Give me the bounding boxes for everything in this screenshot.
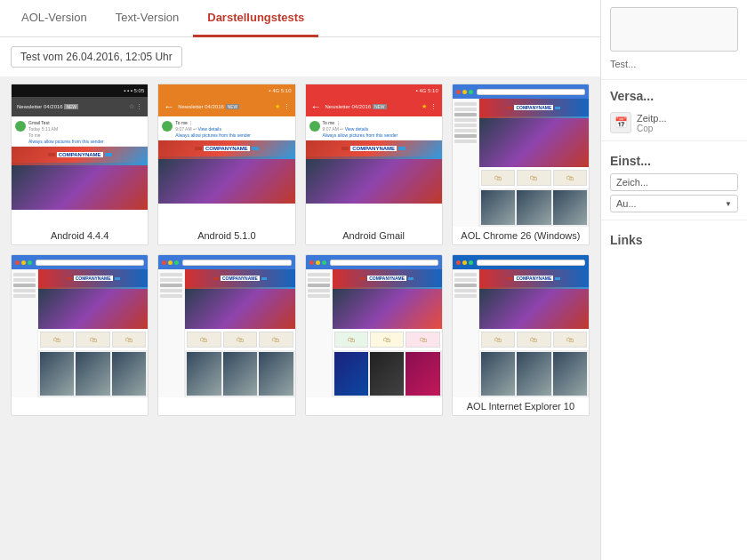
label-aol-ie10: AOL Internet Explorer 10: [453, 397, 589, 415]
label-desktop2: [12, 397, 148, 404]
thumb-aol-ie10: COMPANYNAME 🛍 🛍 🛍: [453, 255, 589, 397]
screenshot-desktop2[interactable]: COMPANYNAME 🛍 🛍 🛍: [11, 254, 149, 416]
screenshot-desktop4[interactable]: COMPANYNAME 🛍 🛍 🛍: [305, 254, 443, 416]
screenshot-desktop3[interactable]: COMPANYNAME 🛍 🛍 🛍: [157, 254, 295, 416]
right-panel-preview-box: [610, 7, 738, 52]
screenshots-area: ▪ ▪ ▪ 5:05 Newsletter 04/2016 NEW ☆ ⋮ Gm…: [0, 76, 600, 560]
screenshot-android444[interactable]: ▪ ▪ ▪ 5:05 Newsletter 04/2016 NEW ☆ ⋮ Gm…: [11, 84, 149, 245]
thumb-desktop3: COMPANYNAME 🛍 🛍 🛍: [158, 255, 294, 397]
label-aolchrome: AOL Chrome 26 (Windows): [453, 227, 589, 244]
screenshots-grid: ▪ ▪ ▪ 5:05 Newsletter 04/2016 NEW ☆ ⋮ Gm…: [11, 84, 590, 416]
thumb-desktop2: COMPANYNAME 🛍 🛍 🛍: [12, 255, 148, 397]
screenshot-android510[interactable]: ▪ 4G 5:10 ← Newsletter 04/2016 NEW ★ ⋮ T…: [157, 84, 295, 245]
label-androidgmail: Android Gmail: [306, 227, 442, 244]
right-panel-top: Test...: [601, 0, 747, 80]
test-info-label: Test vom 26.04.2016, 12:05 Uhr: [11, 46, 182, 68]
section-versand-item: 📅 Zeitp... Cop: [601, 108, 747, 137]
calendar-icon: 📅: [610, 112, 631, 133]
send-time-text: Zeitp...: [637, 113, 667, 124]
divider-1: [601, 140, 747, 141]
thumb-android510: ▪ 4G 5:10 ← Newsletter 04/2016 NEW ★ ⋮ T…: [158, 84, 294, 227]
thumb-desktop4: COMPANYNAME 🛍 🛍 🛍: [306, 255, 442, 397]
thumb-androidgmail: ▪ 4G 5:10 ← Newsletter 04/2016 NEW ★ ⋮ T…: [306, 84, 442, 227]
label-android510: Android 5.1.0: [158, 227, 294, 244]
tab-text[interactable]: Text-Version: [101, 0, 194, 37]
ausw-select[interactable]: Au... ▼: [610, 195, 738, 212]
tabs-bar: AOL-Version Text-Version Darstellungstes…: [0, 0, 600, 37]
label-desktop3: [158, 397, 294, 404]
links-header: Links: [601, 224, 747, 252]
thumb-android444: ▪ ▪ ▪ 5:05 Newsletter 04/2016 NEW ☆ ⋮ Gm…: [12, 84, 148, 227]
divider-2: [601, 220, 747, 220]
section-versand-header: Versa...: [601, 80, 747, 108]
copy-subtext: Cop: [637, 124, 667, 133]
screenshot-aolchrome[interactable]: COMPANYNAME 🛍 🛍 🛍: [452, 84, 590, 245]
right-panel: Test... Versa... 📅 Zeitp... Cop Einst...…: [600, 0, 747, 560]
label-android444: Android 4.4.4: [12, 227, 148, 244]
section-einst-header: Einst...: [601, 145, 747, 173]
thumb-aolchrome: COMPANYNAME 🛍 🛍 🛍: [453, 84, 589, 227]
screenshot-androidgmail[interactable]: ▪ 4G 5:10 ← Newsletter 04/2016 NEW ★ ⋮ T…: [305, 84, 443, 245]
tab-aol[interactable]: AOL-Version: [7, 0, 101, 37]
screenshot-aol-ie10[interactable]: COMPANYNAME 🛍 🛍 🛍: [452, 254, 590, 416]
zeichen-input[interactable]: Zeich...: [610, 173, 738, 191]
tab-darstellungstests[interactable]: Darstellungstests: [193, 0, 318, 37]
test-info-bar: Test vom 26.04.2016, 12:05 Uhr: [0, 37, 600, 76]
right-panel-test-label: Test...: [610, 59, 738, 69]
label-desktop4: [306, 397, 442, 404]
